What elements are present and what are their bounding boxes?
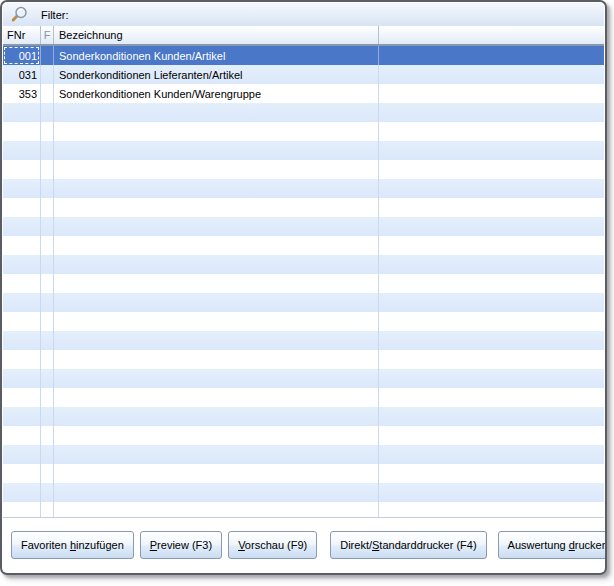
cell-fnr: [3, 407, 41, 426]
cell-bez[interactable]: Sonderkonditionen Kunden/Artikel: [54, 46, 379, 65]
cell-fnr: [3, 236, 41, 255]
table-row-empty: [3, 445, 604, 464]
table-row[interactable]: 031Sonderkonditionen Lieferanten/Artikel: [3, 65, 604, 84]
cell-f[interactable]: [41, 46, 54, 65]
favoriten-hinzufuegen-button[interactable]: Favoriten hinzufügen: [11, 531, 134, 559]
cell-f: [41, 255, 54, 274]
column-header-bezeichnung[interactable]: Bezeichnung: [54, 26, 379, 44]
cell-f: [41, 502, 54, 518]
cell-f: [41, 388, 54, 407]
cell-spacer[interactable]: [379, 65, 604, 84]
table-row-empty: [3, 255, 604, 274]
cell-f[interactable]: [41, 65, 54, 84]
preview-f3-button[interactable]: Preview (F3): [140, 531, 222, 559]
cell-fnr: [3, 198, 41, 217]
cell-bez: [54, 293, 379, 312]
table-row-empty: [3, 160, 604, 179]
cell-f: [41, 274, 54, 293]
cell-fnr: [3, 160, 41, 179]
cell-bez: [54, 217, 379, 236]
column-header-f[interactable]: F: [41, 26, 54, 44]
cell-fnr: [3, 179, 41, 198]
cell-fnr: [3, 274, 41, 293]
table-row[interactable]: 353Sonderkonditionen Kunden/Warengruppe: [3, 84, 604, 103]
vorschau-f9-button[interactable]: Vorschau (F9): [228, 531, 317, 559]
cell-spacer: [379, 274, 604, 293]
cell-fnr[interactable]: 031: [3, 65, 41, 84]
cell-f: [41, 350, 54, 369]
column-header-fnr[interactable]: FNr: [3, 26, 41, 44]
table-row-empty: [3, 388, 604, 407]
cell-spacer: [379, 445, 604, 464]
direkt-standarddrucker-f4-button[interactable]: Direkt/Standarddrucker (F4): [330, 531, 486, 559]
cell-bez: [54, 350, 379, 369]
cell-f: [41, 331, 54, 350]
cell-f: [41, 217, 54, 236]
cell-spacer: [379, 236, 604, 255]
cell-bez: [54, 274, 379, 293]
cell-fnr: [3, 464, 41, 483]
window-content: Filter: FNr F Bezeichnung 001Sonderkondi…: [3, 3, 604, 572]
filter-bar: Filter:: [3, 3, 604, 26]
cell-fnr: [3, 426, 41, 445]
magnifier-icon: [10, 6, 29, 23]
cell-spacer: [379, 312, 604, 331]
table-row[interactable]: 001Sonderkonditionen Kunden/Artikel: [3, 46, 604, 65]
cell-fnr: [3, 122, 41, 141]
table-row-empty: [3, 483, 604, 502]
cell-bez: [54, 407, 379, 426]
cell-bez: [54, 255, 379, 274]
cell-f: [41, 179, 54, 198]
cell-bez[interactable]: Sonderkonditionen Kunden/Warengruppe: [54, 84, 379, 103]
cell-fnr[interactable]: 353: [3, 84, 41, 103]
report-selection-window: Filter: FNr F Bezeichnung 001Sonderkondi…: [0, 0, 607, 575]
cell-bez: [54, 122, 379, 141]
table-row-empty: [3, 502, 604, 518]
cell-f: [41, 369, 54, 388]
table-row-empty: [3, 141, 604, 160]
cell-f: [41, 293, 54, 312]
cell-f: [41, 312, 54, 331]
auswertung-drucken-button[interactable]: Auswertung drucken: [498, 531, 607, 559]
cell-f: [41, 464, 54, 483]
cell-spacer: [379, 198, 604, 217]
cell-bez: [54, 331, 379, 350]
cell-f: [41, 198, 54, 217]
cell-fnr: [3, 388, 41, 407]
table-body: 001Sonderkonditionen Kunden/Artikel031So…: [3, 46, 604, 518]
cell-fnr: [3, 217, 41, 236]
cell-spacer: [379, 255, 604, 274]
table-row-empty: [3, 179, 604, 198]
cell-spacer: [379, 407, 604, 426]
cell-bez: [54, 464, 379, 483]
cell-spacer[interactable]: [379, 46, 604, 65]
cell-fnr: [3, 312, 41, 331]
cell-fnr: [3, 502, 41, 518]
cell-bez: [54, 388, 379, 407]
cell-bez[interactable]: Sonderkonditionen Lieferanten/Artikel: [54, 65, 379, 84]
cell-f: [41, 426, 54, 445]
cell-spacer: [379, 293, 604, 312]
cell-fnr: [3, 369, 41, 388]
cell-spacer: [379, 141, 604, 160]
filter-input[interactable]: [75, 3, 605, 26]
cell-fnr[interactable]: 001: [3, 46, 41, 65]
cell-fnr: [3, 141, 41, 160]
cell-spacer: [379, 464, 604, 483]
table-row-empty: [3, 350, 604, 369]
cell-spacer: [379, 483, 604, 502]
cell-bez: [54, 160, 379, 179]
cell-bez: [54, 198, 379, 217]
cell-bez: [54, 426, 379, 445]
table-row-empty: [3, 122, 604, 141]
cell-spacer: [379, 217, 604, 236]
table-header: FNr F Bezeichnung: [3, 26, 604, 46]
cell-spacer[interactable]: [379, 84, 604, 103]
table-row-empty: [3, 274, 604, 293]
table-row-empty: [3, 407, 604, 426]
cell-spacer: [379, 388, 604, 407]
cell-fnr: [3, 483, 41, 502]
cell-spacer: [379, 331, 604, 350]
cell-spacer: [379, 160, 604, 179]
cell-f[interactable]: [41, 84, 54, 103]
